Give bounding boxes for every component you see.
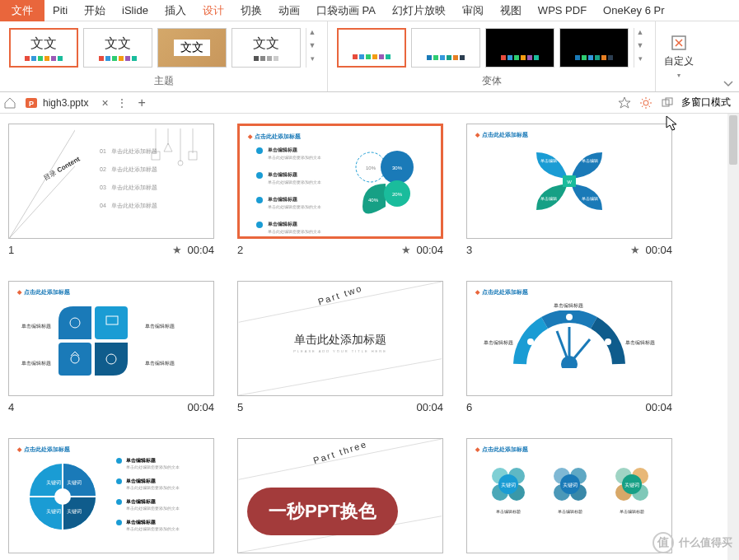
slide-time: 00:04 — [187, 401, 214, 413]
slide-thumb-2[interactable]: 点击此处添加标题 单击编辑标题单击此处编辑您要添加的文本 单击编辑标题单击此处编… — [237, 124, 443, 239]
svg-text:关键词: 关键词 — [501, 482, 516, 488]
theme-scroll-down[interactable]: ▼ — [306, 41, 319, 54]
svg-text:关键词: 关键词 — [563, 482, 578, 488]
menu-transition[interactable]: 切换 — [232, 0, 270, 21]
svg-text:单击编辑: 单击编辑 — [540, 158, 557, 163]
multiwindow-label[interactable]: 多窗口模式 — [681, 96, 731, 110]
svg-text:10%: 10% — [366, 166, 377, 170]
slide-thumb-9[interactable]: 点击此处添加标题 关键词 关键词 关键词 单击编辑标题 单击编辑标题 单击编辑标… — [466, 438, 672, 553]
home-icon[interactable] — [3, 96, 16, 110]
part-title: 单击此处添加标题 — [238, 333, 442, 348]
tab-close-button[interactable]: × — [96, 96, 113, 110]
slide-thumb-3[interactable]: 点击此处添加标题 单击编辑 单击编辑 单击编辑 单击编辑 W — [466, 124, 672, 239]
menu-piti[interactable]: Piti — [44, 1, 76, 20]
slide-number: 4 — [8, 401, 14, 413]
variant-scroll-down[interactable]: ▼ — [634, 41, 647, 54]
menu-bar: 文件 Piti 开始 iSlide 插入 设计 切换 动画 口袋动画 PA 幻灯… — [0, 0, 739, 21]
star-icon: ★ — [172, 244, 182, 256]
slide-time: 00:04 — [645, 244, 672, 256]
svg-text:关键词: 关键词 — [46, 479, 61, 485]
svg-point-44 — [54, 488, 71, 505]
svg-line-36 — [239, 359, 442, 395]
theme-scroll-up[interactable]: ▲ — [306, 28, 319, 41]
custom-icon — [671, 35, 687, 51]
svg-text:单击编辑: 单击编辑 — [540, 196, 557, 201]
menu-animation[interactable]: 动画 — [270, 0, 308, 21]
menu-file[interactable]: 文件 — [0, 0, 44, 22]
slide-number: 6 — [466, 401, 472, 413]
variant-thumb-4[interactable] — [559, 28, 629, 68]
menu-islide[interactable]: iSlide — [114, 1, 157, 20]
slide-thumb-6[interactable]: 点击此处添加标题 单击编辑标题 单击编辑标题 单击编辑标题 — [466, 281, 672, 396]
theme-text: 文文 — [105, 35, 131, 53]
tab-more-button[interactable]: ⋮ — [114, 97, 130, 109]
theme-thumb-2[interactable]: 文文 — [83, 28, 152, 68]
document-tab[interactable]: P high3.pptx — [16, 94, 96, 112]
svg-text:关键词: 关键词 — [67, 508, 82, 514]
slide-number: 5 — [237, 401, 243, 413]
slide-time: 00:04 — [645, 401, 672, 413]
svg-text:关键词: 关键词 — [46, 508, 61, 514]
theme-group: 文文 文文 文文 文文 ▲ ▼ ▾ 主题 — [0, 21, 328, 91]
variant-scroll-up[interactable]: ▲ — [634, 28, 647, 41]
svg-point-3 — [643, 100, 648, 105]
menu-slideshow[interactable]: 幻灯片放映 — [384, 0, 454, 21]
pptx-icon: P — [25, 96, 38, 110]
menu-design[interactable]: 设计 — [194, 0, 232, 21]
variant-thumb-3[interactable] — [485, 28, 554, 68]
slide-thumb-1[interactable]: 目录 Content 01单击此处添加标题 02单击此处添加标题 03单击此处添… — [8, 124, 214, 239]
slide-number: 1 — [8, 244, 14, 256]
mouse-cursor-icon — [666, 115, 679, 132]
slide-thumb-7[interactable]: 点击此处添加标题 关键词 关键词 关键词 关键词 单击编辑标题单击此处编辑您要添… — [8, 438, 214, 553]
slide-time: 00:04 — [187, 244, 214, 256]
theme-thumb-3[interactable]: 文文 — [157, 28, 227, 68]
svg-point-38 — [527, 338, 534, 345]
theme-more[interactable]: ▾ — [306, 54, 319, 68]
menu-onekey[interactable]: OneKey 6 Pr — [595, 1, 672, 20]
variant-more[interactable]: ▾ — [634, 54, 647, 68]
svg-text:P: P — [29, 100, 34, 108]
svg-text:关键词: 关键词 — [67, 479, 82, 485]
slide-title: 点击此处添加标题 — [17, 288, 70, 296]
slide-title: 点击此处添加标题 — [475, 446, 528, 454]
svg-text:40%: 40% — [368, 198, 379, 203]
slide-title: 点击此处添加标题 — [17, 446, 70, 454]
ribbon-collapse-icon[interactable] — [723, 78, 734, 90]
svg-line-7 — [10, 124, 75, 238]
menu-wpspdf[interactable]: WPS PDF — [530, 1, 595, 20]
theme-label: 主题 — [154, 74, 174, 91]
menu-view[interactable]: 视图 — [492, 0, 530, 21]
custom-button[interactable]: 自定义 ▾ — [656, 21, 702, 91]
multiwindow-icon[interactable] — [660, 96, 675, 110]
variant-group: ▲ ▼ ▾ 变体 — [328, 21, 656, 91]
vertical-scrollbar[interactable] — [727, 114, 739, 560]
slide-thumb-4[interactable]: 点击此处添加标题 单击编辑标题 单击编辑标题 单击编辑标题 单击编辑标题 — [8, 281, 214, 396]
svg-line-49 — [239, 439, 442, 479]
menu-start[interactable]: 开始 — [76, 0, 114, 21]
svg-rect-29 — [95, 306, 128, 339]
svg-text:20%: 20% — [392, 192, 403, 197]
svg-point-39 — [566, 314, 573, 320]
svg-text:单击编辑: 单击编辑 — [582, 196, 598, 201]
variant-thumb-1[interactable] — [337, 28, 406, 68]
star-settings-icon[interactable] — [617, 96, 632, 110]
watermark: 值 什么值得买 — [652, 532, 732, 553]
slide-thumb-5[interactable]: Part two 单击此处添加标题 PLEASE ADD YOUR TITLE … — [237, 281, 443, 396]
svg-text:单击编辑: 单击编辑 — [582, 158, 598, 163]
menu-pocket[interactable]: 口袋动画 PA — [308, 0, 384, 21]
svg-text:30%: 30% — [392, 166, 403, 170]
part-sub: PLEASE ADD YOUR TITLE HERE — [238, 349, 442, 353]
slide-number: 3 — [466, 244, 472, 256]
slide-title: 点击此处添加标题 — [475, 288, 528, 296]
menu-insert[interactable]: 插入 — [157, 0, 194, 21]
document-filename: high3.pptx — [43, 97, 88, 109]
svg-point-40 — [605, 338, 611, 345]
theme-thumb-1[interactable]: 文文 — [9, 28, 78, 68]
theme-thumb-4[interactable]: 文文 — [232, 28, 301, 68]
menu-review[interactable]: 审阅 — [454, 0, 492, 21]
custom-label: 自定义 — [664, 54, 694, 68]
gear-icon[interactable] — [638, 96, 653, 110]
tab-add-button[interactable]: + — [130, 96, 154, 110]
variant-thumb-2[interactable] — [411, 28, 480, 68]
star-icon: ★ — [401, 244, 411, 256]
